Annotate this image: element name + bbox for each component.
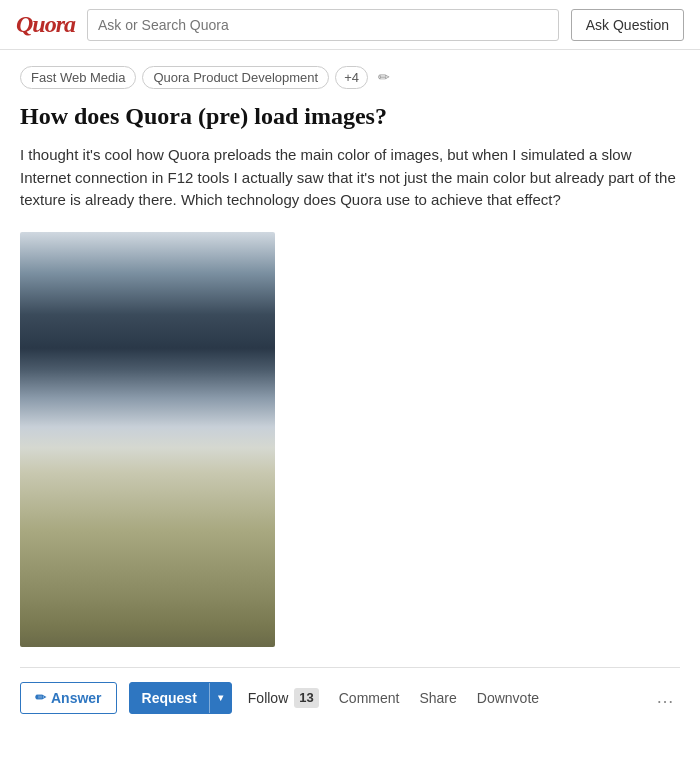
follow-label: Follow — [248, 690, 288, 706]
follow-count: 13 — [294, 688, 318, 708]
page-content: Fast Web Media Quora Product Development… — [0, 50, 700, 742]
request-main-label[interactable]: Request — [130, 683, 209, 713]
page-header: Quora Ask Question — [0, 0, 700, 50]
question-title: How does Quora (pre) load images? — [20, 101, 680, 132]
request-button[interactable]: Request ▾ — [129, 682, 232, 714]
request-dropdown-icon[interactable]: ▾ — [209, 683, 231, 713]
comment-button[interactable]: Comment — [335, 690, 404, 706]
topic-tag-fast-web-media[interactable]: Fast Web Media — [20, 66, 136, 89]
answer-button-label: Answer — [51, 690, 102, 706]
question-image — [20, 232, 275, 647]
share-button[interactable]: Share — [415, 690, 460, 706]
edit-topics-icon[interactable]: ✏ — [374, 68, 394, 88]
answer-button[interactable]: ✏ Answer — [20, 682, 117, 714]
search-input[interactable] — [87, 9, 559, 41]
follow-button[interactable]: Follow 13 — [244, 688, 323, 708]
topic-more-button[interactable]: +4 — [335, 66, 368, 89]
ask-question-button[interactable]: Ask Question — [571, 9, 684, 41]
topics-bar: Fast Web Media Quora Product Development… — [20, 66, 680, 89]
topic-tag-quora-product[interactable]: Quora Product Development — [142, 66, 329, 89]
pencil-icon: ✏ — [35, 690, 46, 705]
action-bar: ✏ Answer Request ▾ Follow 13 Comment Sha… — [20, 667, 680, 722]
downvote-button[interactable]: Downvote — [473, 690, 543, 706]
quora-logo: Quora — [16, 11, 75, 38]
more-button[interactable]: … — [652, 687, 680, 708]
question-body: I thought it's cool how Quora preloads t… — [20, 144, 680, 212]
